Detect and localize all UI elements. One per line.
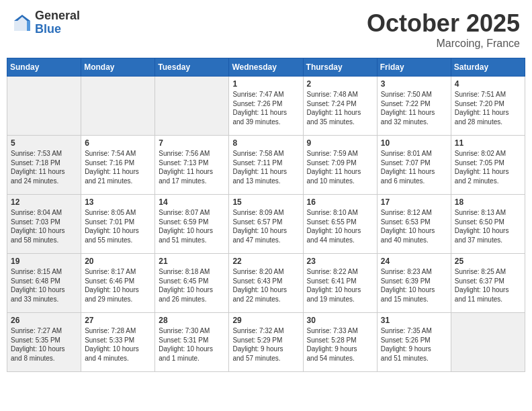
- day-header-tuesday: Tuesday: [155, 58, 229, 77]
- location: Marcoing, France: [367, 38, 520, 50]
- calendar-cell: [451, 313, 525, 372]
- cell-info: Sunrise: 7:33 AM Sunset: 5:28 PM Dayligh…: [307, 326, 373, 363]
- calendar-cell: 23Sunrise: 8:22 AM Sunset: 6:41 PM Dayli…: [303, 254, 377, 313]
- day-header-monday: Monday: [81, 58, 155, 77]
- calendar-cell: 15Sunrise: 8:09 AM Sunset: 6:57 PM Dayli…: [229, 195, 303, 254]
- logo-general-text: General: [35, 9, 80, 23]
- cell-info: Sunrise: 7:27 AM Sunset: 5:35 PM Dayligh…: [11, 326, 77, 363]
- week-row-2: 5Sunrise: 7:53 AM Sunset: 7:18 PM Daylig…: [7, 136, 525, 195]
- calendar-cell: 8Sunrise: 7:58 AM Sunset: 7:11 PM Daylig…: [229, 136, 303, 195]
- week-row-5: 26Sunrise: 7:27 AM Sunset: 5:35 PM Dayli…: [7, 313, 525, 372]
- week-row-1: 1Sunrise: 7:47 AM Sunset: 7:26 PM Daylig…: [7, 77, 525, 136]
- calendar-cell: 11Sunrise: 8:02 AM Sunset: 7:05 PM Dayli…: [451, 136, 525, 195]
- cell-info: Sunrise: 8:01 AM Sunset: 7:07 PM Dayligh…: [381, 149, 447, 185]
- cell-info: Sunrise: 8:04 AM Sunset: 7:03 PM Dayligh…: [11, 208, 77, 244]
- calendar-cell: 28Sunrise: 7:30 AM Sunset: 5:31 PM Dayli…: [155, 313, 229, 372]
- calendar-cell: 18Sunrise: 8:13 AM Sunset: 6:50 PM Dayli…: [451, 195, 525, 254]
- calendar-cell: 24Sunrise: 8:23 AM Sunset: 6:39 PM Dayli…: [377, 254, 451, 313]
- cell-info: Sunrise: 7:47 AM Sunset: 7:26 PM Dayligh…: [232, 90, 299, 126]
- day-number: 17: [381, 197, 447, 207]
- calendar-cell: 10Sunrise: 8:01 AM Sunset: 7:07 PM Dayli…: [377, 136, 451, 195]
- week-row-4: 19Sunrise: 8:15 AM Sunset: 6:48 PM Dayli…: [7, 254, 525, 313]
- header-row: SundayMondayTuesdayWednesdayThursdayFrid…: [7, 58, 525, 77]
- day-number: 11: [455, 138, 521, 148]
- calendar-cell: 27Sunrise: 7:28 AM Sunset: 5:33 PM Dayli…: [81, 313, 155, 372]
- calendar-cell: 17Sunrise: 8:12 AM Sunset: 6:53 PM Dayli…: [377, 195, 451, 254]
- day-number: 20: [85, 257, 151, 266]
- calendar-cell: 19Sunrise: 8:15 AM Sunset: 6:48 PM Dayli…: [7, 254, 81, 313]
- day-number: 30: [307, 316, 373, 325]
- cell-info: Sunrise: 7:28 AM Sunset: 5:33 PM Dayligh…: [85, 326, 151, 363]
- day-number: 12: [11, 197, 77, 207]
- cell-info: Sunrise: 8:10 AM Sunset: 6:55 PM Dayligh…: [307, 208, 373, 244]
- day-number: 10: [381, 138, 447, 148]
- day-number: 31: [381, 316, 447, 325]
- logo-blue-text: Blue: [35, 23, 80, 36]
- calendar-cell: 4Sunrise: 7:51 AM Sunset: 7:20 PM Daylig…: [451, 77, 525, 136]
- page-header: General Blue October 2025 Marcoing, Fran…: [7, 7, 525, 52]
- logo-icon: [12, 13, 32, 33]
- cell-info: Sunrise: 7:56 AM Sunset: 7:13 PM Dayligh…: [159, 149, 225, 185]
- cell-info: Sunrise: 7:54 AM Sunset: 7:16 PM Dayligh…: [85, 149, 151, 185]
- day-number: 19: [11, 257, 77, 266]
- cell-info: Sunrise: 8:12 AM Sunset: 6:53 PM Dayligh…: [381, 208, 447, 244]
- cell-info: Sunrise: 8:02 AM Sunset: 7:05 PM Dayligh…: [455, 149, 521, 185]
- calendar-cell: 30Sunrise: 7:33 AM Sunset: 5:28 PM Dayli…: [303, 313, 377, 372]
- day-number: 8: [232, 138, 299, 148]
- cell-info: Sunrise: 8:25 AM Sunset: 6:37 PM Dayligh…: [455, 267, 521, 304]
- cell-info: Sunrise: 8:15 AM Sunset: 6:48 PM Dayligh…: [11, 267, 77, 304]
- cell-info: Sunrise: 8:22 AM Sunset: 6:41 PM Dayligh…: [307, 267, 373, 304]
- cell-info: Sunrise: 7:30 AM Sunset: 5:31 PM Dayligh…: [159, 326, 225, 363]
- day-number: 5: [11, 138, 77, 148]
- svg-marker-2: [27, 21, 30, 31]
- day-header-wednesday: Wednesday: [229, 58, 303, 77]
- cell-info: Sunrise: 8:23 AM Sunset: 6:39 PM Dayligh…: [381, 267, 447, 304]
- calendar-cell: 21Sunrise: 8:18 AM Sunset: 6:45 PM Dayli…: [155, 254, 229, 313]
- day-header-thursday: Thursday: [303, 58, 377, 77]
- calendar-cell: 20Sunrise: 8:17 AM Sunset: 6:46 PM Dayli…: [81, 254, 155, 313]
- day-number: 14: [159, 197, 225, 207]
- cell-info: Sunrise: 8:07 AM Sunset: 6:59 PM Dayligh…: [159, 208, 225, 244]
- day-number: 6: [85, 138, 151, 148]
- cell-info: Sunrise: 8:09 AM Sunset: 6:57 PM Dayligh…: [232, 208, 299, 244]
- calendar-cell: 3Sunrise: 7:50 AM Sunset: 7:22 PM Daylig…: [377, 77, 451, 136]
- cell-info: Sunrise: 7:35 AM Sunset: 5:26 PM Dayligh…: [381, 326, 447, 363]
- day-number: 23: [307, 257, 373, 266]
- day-number: 27: [85, 316, 151, 325]
- calendar-cell: 26Sunrise: 7:27 AM Sunset: 5:35 PM Dayli…: [7, 313, 81, 372]
- cell-info: Sunrise: 8:05 AM Sunset: 7:01 PM Dayligh…: [85, 208, 151, 244]
- cell-info: Sunrise: 8:20 AM Sunset: 6:43 PM Dayligh…: [232, 267, 299, 304]
- cell-info: Sunrise: 8:18 AM Sunset: 6:45 PM Dayligh…: [159, 267, 225, 304]
- calendar-cell: 13Sunrise: 8:05 AM Sunset: 7:01 PM Dayli…: [81, 195, 155, 254]
- day-number: 3: [381, 79, 447, 89]
- day-number: 29: [232, 316, 299, 325]
- calendar-cell: 12Sunrise: 8:04 AM Sunset: 7:03 PM Dayli…: [7, 195, 81, 254]
- cell-info: Sunrise: 8:17 AM Sunset: 6:46 PM Dayligh…: [85, 267, 151, 304]
- calendar-table: SundayMondayTuesdayWednesdayThursdayFrid…: [7, 58, 525, 372]
- cell-info: Sunrise: 7:53 AM Sunset: 7:18 PM Dayligh…: [11, 149, 77, 185]
- logo: General Blue: [12, 9, 80, 36]
- day-number: 15: [232, 197, 299, 207]
- calendar-cell: 29Sunrise: 7:32 AM Sunset: 5:29 PM Dayli…: [229, 313, 303, 372]
- calendar-cell: 6Sunrise: 7:54 AM Sunset: 7:16 PM Daylig…: [81, 136, 155, 195]
- calendar-cell: 22Sunrise: 8:20 AM Sunset: 6:43 PM Dayli…: [229, 254, 303, 313]
- day-number: 7: [159, 138, 225, 148]
- calendar-cell: [81, 77, 155, 136]
- day-header-sunday: Sunday: [7, 58, 81, 77]
- day-number: 24: [381, 257, 447, 266]
- day-number: 13: [85, 197, 151, 207]
- day-number: 9: [307, 138, 373, 148]
- cell-info: Sunrise: 7:59 AM Sunset: 7:09 PM Dayligh…: [307, 149, 373, 185]
- calendar-cell: 25Sunrise: 8:25 AM Sunset: 6:37 PM Dayli…: [451, 254, 525, 313]
- day-number: 28: [159, 316, 225, 325]
- cell-info: Sunrise: 7:58 AM Sunset: 7:11 PM Dayligh…: [232, 149, 299, 185]
- day-number: 4: [455, 79, 521, 89]
- calendar-cell: 31Sunrise: 7:35 AM Sunset: 5:26 PM Dayli…: [377, 313, 451, 372]
- day-number: 2: [307, 79, 373, 89]
- day-number: 22: [232, 257, 299, 266]
- cell-info: Sunrise: 7:48 AM Sunset: 7:24 PM Dayligh…: [307, 90, 373, 126]
- calendar-cell: 9Sunrise: 7:59 AM Sunset: 7:09 PM Daylig…: [303, 136, 377, 195]
- calendar-cell: [155, 77, 229, 136]
- day-number: 25: [455, 257, 521, 266]
- calendar-cell: 14Sunrise: 8:07 AM Sunset: 6:59 PM Dayli…: [155, 195, 229, 254]
